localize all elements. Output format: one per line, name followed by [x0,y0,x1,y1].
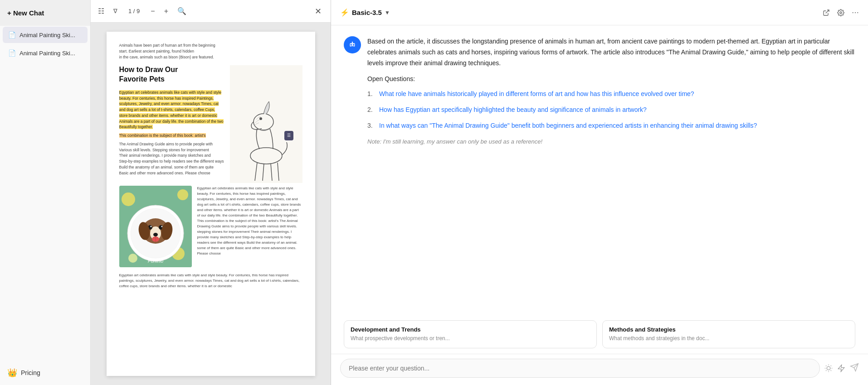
q-text-3[interactable]: In what ways can "The Animal Drawing Gui… [379,121,757,130]
sidebar-item-label-1: Animal Painting Ski... [20,32,75,38]
q-num-3: 3. [367,121,375,130]
q-text-1[interactable]: What role have animals historically play… [379,89,694,99]
open-questions-label: Open Questions: [367,74,855,85]
document-icon-2: 📄 [8,49,16,57]
svg-rect-0 [230,65,302,183]
svg-point-19 [150,226,151,227]
svg-line-27 [826,10,829,13]
svg-point-35 [352,42,353,43]
svg-point-12 [128,254,137,263]
suggestion-card-1[interactable]: Development and Trends What prospective … [344,320,597,348]
lightning-icon: ⚡ [340,8,349,17]
pdf-highlighted-para: Egyptian art celebrates animals like cat… [119,90,224,130]
pdf-highlight-yellow: Egyptian art celebrates animals like cat… [119,90,224,130]
chat-messages: Based on the article, it discusses the l… [331,25,868,317]
svg-line-40 [831,371,831,371]
send-button[interactable] [850,363,859,374]
sidebar: + New Chat 📄 Animal Painting Ski... 📄 An… [0,0,91,385]
svg-point-9 [122,192,135,206]
page-indicator: 1 / 9 [125,8,143,14]
pdf-dog-sketch: ☰ [230,65,302,178]
q-num-2: 2. [367,105,375,115]
ai-message-content: Based on the article, it discusses the l… [367,36,855,147]
svg-point-20 [161,226,162,227]
chat-input-area [331,354,868,385]
pdf-top-area: How to Draw OurFavorite Pets Egyptian ar… [119,65,302,178]
chat-input[interactable] [340,359,820,378]
model-name: Basic-3.5 [352,9,382,16]
pdf-expand-button[interactable]: ∇ [112,6,119,16]
ai-message-row: Based on the article, it discusses the l… [344,36,855,147]
svg-text:Porfinio: Porfinio [148,259,163,264]
q-text-2[interactable]: How has Egyptian art specifically highli… [379,105,647,115]
question-item-1: 1. What role have animals historically p… [367,89,855,99]
crown-icon: 👑 [7,368,17,378]
pdf-body-text: The Animal Drawing Guide aims to provide… [119,141,224,176]
pricing-section[interactable]: 👑 Pricing [0,361,90,385]
new-chat-button[interactable]: + New Chat [0,0,90,26]
pdf-right-col-text: Egyptian art celebrates animals like cat… [197,186,302,267]
dog-sketch-svg [230,65,302,183]
pdf-section-3-text: Egyptian art celebrates animals like cat… [119,273,302,289]
ai-avatar [344,36,361,53]
ai-response-text: Based on the article, it discusses the l… [367,36,855,68]
q-num-1: 1. [367,89,375,99]
suggestion-title-2: Methods and Strategies [609,326,848,333]
question-item-2: 2. How has Egyptian art specifically hig… [367,105,855,115]
pdf-highlight-orange: This combination is the subject of this … [119,133,206,138]
svg-point-36 [827,366,830,370]
suggestion-title-1: Development and Trends [351,326,590,333]
model-selector[interactable]: ⚡ Basic-3.5 ▼ [340,8,390,17]
chat-panel: ⚡ Basic-3.5 ▼ ⋯ [331,0,868,385]
chevron-down-icon: ▼ [385,10,390,16]
pet-photo-svg: Porfinio [119,186,192,267]
svg-point-31 [351,44,352,45]
pdf-intro-text: Animals have been part of human art from… [119,43,302,60]
settings-button[interactable] [837,9,844,16]
magic-button[interactable] [837,364,845,372]
header-right: ⋯ [823,8,859,17]
more-options-button[interactable]: ⋯ [852,8,859,17]
zoom-in-button[interactable]: + [162,5,170,17]
pdf-page: Animals have been part of human art from… [107,32,315,376]
svg-line-44 [831,366,831,366]
bot-avatar-icon [347,40,357,50]
document-icon: 📄 [8,31,16,38]
suggestion-card-2[interactable]: Methods and Strategies What methods and … [602,320,855,348]
svg-point-10 [177,189,188,200]
pdf-orange-highlight: This combination is the subject of this … [119,133,224,139]
pdf-bottom-section: Porfinio Egyptian art celebrates animals… [119,186,302,267]
svg-point-32 [353,44,354,45]
sidebar-item-chat-1[interactable]: 📄 Animal Painting Ski... [3,27,88,43]
svg-point-21 [153,233,158,236]
svg-line-39 [826,366,826,366]
pricing-label: Pricing [21,369,40,376]
note-text: Note: I'm still learning, my answer can … [367,137,855,147]
svg-rect-33 [351,46,354,47]
question-item-3: 3. In what ways can "The Animal Drawing … [367,121,855,130]
pdf-grid-button[interactable]: ☷ [96,5,106,17]
zoom-out-button[interactable]: − [149,5,156,17]
questions-list: 1. What role have animals historically p… [367,89,855,130]
brightness-button[interactable] [824,364,833,372]
suggestion-cards: Development and Trends What prospective … [331,317,868,354]
sidebar-item-label-2: Animal Painting Ski... [20,50,75,57]
annotation-bubble: ☰ [284,131,293,141]
suggestion-desc-1: What prospective developments or tren... [351,335,590,342]
pdf-text-left: How to Draw OurFavorite Pets Egyptian ar… [119,65,224,178]
pdf-pet-photo: Porfinio [119,186,192,267]
svg-line-43 [826,371,826,371]
svg-marker-45 [838,365,844,372]
chat-header: ⚡ Basic-3.5 ▼ ⋯ [331,0,868,25]
pdf-close-button[interactable]: ✕ [311,5,325,18]
suggestion-desc-2: What methods and strategies in the doc..… [609,335,848,342]
external-link-button[interactable] [823,9,830,16]
sidebar-item-chat-2[interactable]: 📄 Animal Painting Ski... [3,45,88,61]
search-button[interactable]: 🔍 [176,5,188,17]
pdf-content[interactable]: Animals have been part of human art from… [91,23,331,385]
pdf-toolbar: ☷ ∇ 1 / 9 − + 🔍 ✕ [91,0,331,23]
pdf-viewer: ☷ ∇ 1 / 9 − + 🔍 ✕ Animals have been part… [91,0,331,385]
pdf-title: How to Draw OurFavorite Pets [119,65,224,84]
svg-point-28 [840,12,842,14]
